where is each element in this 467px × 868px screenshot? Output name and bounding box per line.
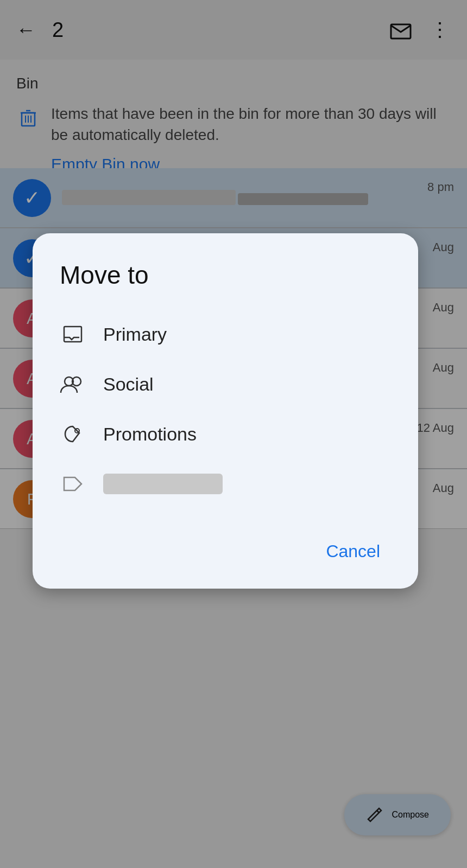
blurred-label	[103, 474, 223, 494]
cancel-button[interactable]: Cancel	[315, 536, 391, 567]
primary-label: Primary	[103, 324, 167, 345]
move-to-promotions[interactable]: Promotions	[60, 409, 391, 459]
modal-footer: Cancel	[60, 525, 391, 567]
move-to-dialog: Move to Primary Social Pro	[33, 233, 418, 589]
social-icon	[60, 371, 86, 397]
promotions-icon	[60, 421, 86, 447]
svg-rect-7	[64, 327, 81, 342]
move-to-social[interactable]: Social	[60, 359, 391, 409]
inbox-icon	[60, 321, 86, 347]
modal-title: Move to	[60, 260, 391, 290]
social-label: Social	[103, 374, 154, 395]
promotions-label: Promotions	[103, 424, 197, 445]
label-icon	[60, 471, 86, 497]
move-to-unknown[interactable]	[60, 459, 391, 509]
move-to-primary[interactable]: Primary	[60, 309, 391, 359]
